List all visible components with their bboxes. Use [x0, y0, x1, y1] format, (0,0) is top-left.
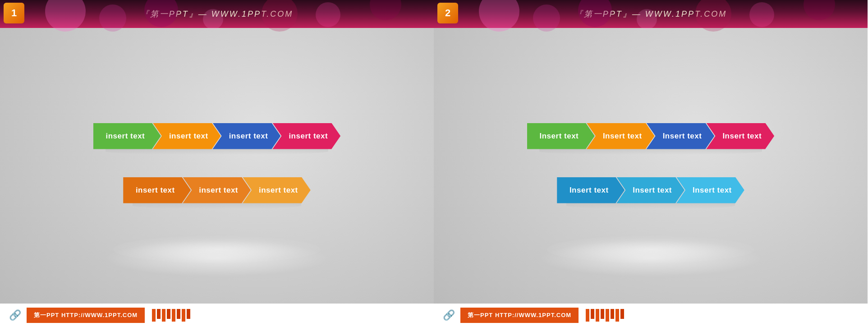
bar [615, 309, 619, 322]
bokeh-circle [695, 0, 731, 32]
arrow-label-3: insert text [213, 132, 281, 141]
arrow-chain-4: Insert text Insert text Insert text [557, 177, 744, 209]
link-icon: 🔗 [443, 309, 455, 321]
arrow-item-6[interactable]: insert text [183, 177, 251, 203]
slide-number-badge: 2 [437, 3, 458, 23]
slide-1-footer: 🔗 第一PPT HTTP://WWW.1PPT.COM [0, 304, 434, 327]
arrow-item-8[interactable]: Insert text [527, 123, 595, 149]
arrow-chain-3: Insert text Insert text Insert text Inse… [527, 123, 774, 155]
link-icon: 🔗 [9, 309, 21, 321]
arrow-row-1: insert text insert text insert text inse… [93, 123, 340, 149]
arrow-label-9: Insert text [587, 132, 655, 141]
bokeh-circle [262, 0, 298, 32]
reflection-oval [547, 236, 754, 263]
bar [187, 309, 190, 319]
arrow-label-7: insert text [243, 186, 311, 195]
arrow-item-4[interactable]: insert text [272, 123, 340, 149]
arrow-item-14[interactable]: Insert text [676, 177, 744, 203]
bokeh-circle [370, 0, 401, 20]
bokeh-circle [533, 5, 560, 32]
arrow-label-12: Insert text [560, 186, 621, 195]
bar [606, 309, 609, 322]
bokeh-circle [578, 0, 612, 27]
arrow-chain-1: insert text insert text insert text inse… [93, 123, 340, 155]
bokeh-circle [45, 0, 86, 32]
bokeh-circle [637, 9, 657, 29]
arrow-item-13[interactable]: Insert text [616, 177, 684, 203]
bar [611, 309, 614, 319]
footer-decoration [586, 309, 624, 322]
chain-shadow [106, 148, 328, 155]
arrow-item-11[interactable]: Insert text [706, 123, 774, 149]
arrow-item-7[interactable]: insert text [243, 177, 311, 203]
slide-2-content: Insert text Insert text Insert text Inse… [434, 28, 868, 304]
slide-2-header: 2 『第一PPT』— WWW.1PPT.COM [434, 0, 868, 28]
arrow-item-5[interactable]: insert text [123, 177, 191, 203]
bar [620, 309, 624, 319]
bokeh-circle [804, 0, 835, 20]
slide-1: 1 『第一PPT』— WWW.1PPT.COM insert text inse… [0, 0, 434, 327]
arrow-item-12[interactable]: Insert text [557, 177, 625, 203]
bar [162, 309, 165, 322]
bar [172, 309, 175, 322]
footer-url: 第一PPT HTTP://WWW.1PPT.COM [460, 308, 579, 323]
arrow-item-10[interactable]: Insert text [647, 123, 715, 149]
footer-decoration [152, 309, 190, 322]
arrow-label-10: Insert text [647, 132, 715, 141]
arrow-label-6: insert text [183, 186, 251, 195]
bar [177, 309, 180, 319]
chain-shadow [566, 203, 735, 209]
arrow-chain-2: insert text insert text insert text [123, 177, 311, 209]
bar [167, 309, 170, 319]
bokeh-circle [144, 0, 178, 27]
slide-2: 2 『第一PPT』— WWW.1PPT.COM Insert text Inse… [434, 0, 868, 327]
arrow-label-8: Insert text [531, 132, 592, 141]
arrow-label-4: insert text [272, 132, 340, 141]
arrow-item-9[interactable]: Insert text [587, 123, 655, 149]
arrow-row-3: Insert text Insert text Insert text Inse… [527, 123, 774, 149]
slide-number-badge: 1 [4, 3, 24, 23]
bar [157, 309, 161, 319]
arrow-label-13: Insert text [616, 186, 684, 195]
arrow-label-11: Insert text [706, 132, 774, 141]
bokeh-circle [99, 5, 126, 32]
bar [152, 309, 156, 322]
bar [596, 309, 599, 322]
bar [182, 309, 185, 322]
bar [586, 309, 589, 322]
bokeh-circle [203, 9, 223, 29]
arrow-item-2[interactable]: insert text [153, 123, 221, 149]
arrow-label-1: insert text [97, 132, 158, 141]
bar [601, 309, 604, 319]
slide-2-footer: 🔗 第一PPT HTTP://WWW.1PPT.COM [434, 304, 868, 327]
arrow-item-3[interactable]: insert text [213, 123, 281, 149]
arrow-row-4: Insert text Insert text Insert text [557, 177, 744, 203]
slide-1-content: insert text insert text insert text inse… [0, 28, 434, 304]
arrow-row-2: insert text insert text insert text [123, 177, 311, 203]
reflection-oval [113, 236, 321, 263]
bokeh-circle [749, 2, 774, 27]
bokeh-circle [479, 0, 519, 32]
arrow-label-2: insert text [153, 132, 221, 141]
slide-1-header: 1 『第一PPT』— WWW.1PPT.COM [0, 0, 434, 28]
bokeh-circle [316, 2, 340, 27]
chain-shadow [133, 203, 301, 209]
arrow-item-1[interactable]: insert text [93, 123, 161, 149]
arrow-label-14: Insert text [676, 186, 744, 195]
arrow-label-5: insert text [127, 186, 188, 195]
footer-url: 第一PPT HTTP://WWW.1PPT.COM [27, 308, 145, 323]
chain-shadow [539, 148, 762, 155]
bar [591, 309, 594, 319]
